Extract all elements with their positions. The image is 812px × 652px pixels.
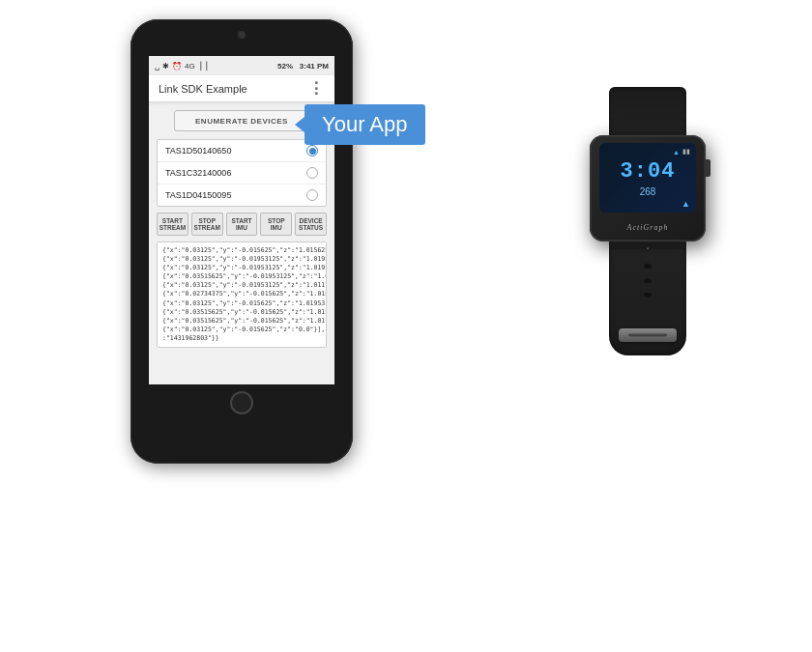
radio-inner	[309, 148, 316, 155]
device-id-1: TAS1D50140650	[165, 146, 231, 156]
device-id-3: TAS1D04150095	[165, 190, 231, 200]
device-list: TAS1D50140650 TAS1C32140006 TAS1D0415009…	[157, 139, 327, 207]
signal-icon: 4G▕▕	[185, 62, 207, 71]
app-title-text: Link SDK Example	[159, 83, 247, 95]
home-button[interactable]	[230, 391, 253, 414]
device-id-2: TAS1C32140006	[165, 168, 231, 178]
radio-button-3[interactable]	[306, 189, 318, 201]
bluetooth-icon: ␣	[155, 62, 160, 71]
enumerate-devices-button[interactable]: ENUMERATE DEVICES	[174, 110, 309, 131]
watch-clasp	[619, 328, 677, 342]
radio-button-2[interactable]	[306, 167, 318, 179]
tooltip-label: Your App	[322, 112, 408, 136]
watch-brand-label: ActiGraph	[627, 223, 669, 232]
control-buttons: STARTSTREAM STOPSTREAM STARTIMU STOPIMU …	[157, 213, 327, 236]
list-item[interactable]: TAS1D50140650	[158, 140, 326, 162]
watch-arrow-icon: ▲	[682, 199, 690, 209]
phone-top	[130, 19, 353, 56]
status-bar-left: ␣ ✱ ⏰ 4G▕▕	[155, 62, 207, 71]
watch-time: 3:04	[621, 159, 676, 184]
your-app-tooltip: Your App	[304, 104, 425, 145]
watch-screen: ▲ ▮▮ 3:04 268 ▲	[599, 143, 696, 213]
watch-signal-icon: ▲	[673, 149, 680, 156]
smartwatch: ▲ ▮▮ 3:04 268 ▲ ActiGraph △	[561, 87, 754, 367]
band-hole-2	[644, 278, 652, 283]
watch-battery-icon: ▮▮	[682, 148, 690, 156]
stop-stream-button[interactable]: STOPSTREAM	[191, 213, 223, 236]
start-imu-button[interactable]: STARTIMU	[226, 213, 258, 236]
asterisk-icon: ✱	[162, 62, 169, 71]
watch-steps: 268	[640, 186, 656, 197]
status-time: 3:41 PM	[300, 62, 329, 71]
list-item[interactable]: TAS1C32140006	[158, 162, 326, 184]
watch-brand: ActiGraph	[627, 222, 669, 232]
scene: ␣ ✱ ⏰ 4G▕▕ 52% 3:41 PM Link SDK Example …	[0, 0, 812, 652]
stop-imu-button[interactable]: STOPIMU	[260, 213, 292, 236]
start-stream-button[interactable]: STARTSTREAM	[157, 213, 188, 236]
band-hole-1	[644, 264, 652, 269]
phone: ␣ ✱ ⏰ 4G▕▕ 52% 3:41 PM Link SDK Example …	[130, 19, 353, 464]
alarm-icon: ⏰	[172, 62, 182, 71]
device-status-button[interactable]: DEVICESTATUS	[295, 213, 327, 236]
radio-button-selected[interactable]	[306, 145, 318, 156]
battery-percent: 52%	[277, 62, 293, 71]
watch-body: ▲ ▮▮ 3:04 268 ▲ ActiGraph	[590, 135, 706, 241]
status-bar: ␣ ✱ ⏰ 4G▕▕ 52% 3:41 PM	[149, 56, 334, 75]
list-item[interactable]: TAS1D04150095	[158, 184, 326, 206]
app-title-bar: Link SDK Example ⋮	[149, 75, 334, 102]
camera-icon	[238, 31, 246, 39]
phone-bottom	[130, 384, 353, 421]
json-output: {"x":"0.03125","y":"-0.015625","z":"1.01…	[157, 241, 327, 348]
menu-dots-icon[interactable]: ⋮	[308, 79, 325, 98]
band-hole-3	[644, 293, 652, 298]
clasp-bar	[628, 334, 667, 337]
status-bar-right: 52% 3:41 PM	[277, 62, 329, 71]
watch-side-button[interactable]	[705, 159, 710, 177]
